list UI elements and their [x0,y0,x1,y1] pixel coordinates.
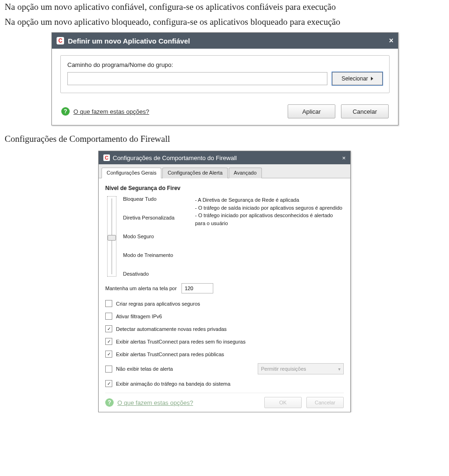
checkbox-icon[interactable] [105,300,112,307]
checkbox-label: Criar regras para aplicativos seguros [116,301,200,307]
dialog1-title-text: Definir um novo Aplicativo Confiável [68,37,190,45]
tab-advanced[interactable]: Avançado [229,168,262,178]
dialog1-body: Caminho do programa/Nome do grupo: Selec… [52,49,398,125]
allow-requests-dropdown[interactable]: Permitir requisições ▾ [258,363,344,374]
program-path-fieldset: Caminho do programa/Nome do grupo: Selec… [60,55,390,93]
program-path-label: Caminho do programa/Nome do grupo: [67,61,383,68]
checkbox-row-trustconnect-public: ✓ Exibir alertas TrustConnect para redes… [105,351,344,358]
dialog2-footer: ? O que fazem estas opções? OK Cancelar [105,393,344,408]
close-icon[interactable]: × [389,37,393,45]
checkbox-icon[interactable]: ✓ [105,380,112,387]
checkbox-row-tray-animation: ✓ Exibir animação do tráfego na bandeja … [105,380,344,387]
security-level-description: - A Diretiva de Segurança de Rede é apli… [195,195,344,227]
comodo-logo-icon: C [103,154,110,161]
select-button-label: Selecionar [341,75,368,82]
slider-label: Diretiva Personalizada [123,215,188,220]
checkbox-label: Detectar automaticamente novas redes pri… [116,326,227,332]
checkbox-row-ipv6: Ativar filtragem IPv6 [105,313,344,320]
checkbox-icon[interactable] [105,366,112,373]
program-path-input[interactable] [67,72,327,85]
help-icon[interactable]: ? [61,107,70,116]
dialog1-buttons: Aplicar Cancelar [288,104,389,118]
keep-alert-label: Mantenha um alerta na tela por [105,286,177,291]
help-icon[interactable]: ? [105,398,114,407]
doc-line-2: Na opção um novo aplicativo bloqueado, c… [0,15,449,30]
cancel-button[interactable]: Cancelar [306,397,344,408]
dialog2-body: Nível de Segurança do Firev Bloquear Tud… [99,178,350,412]
dialog2-buttons: OK Cancelar [264,397,344,408]
close-icon[interactable]: × [342,154,346,161]
apply-button[interactable]: Aplicar [288,104,335,118]
checkbox-row-safe-apps: Criar regras para aplicativos seguros [105,300,344,307]
ok-button[interactable]: OK [264,397,302,408]
checkbox-row-detect-networks: ✓ Detectar automaticamente novas redes p… [105,325,344,332]
select-button[interactable]: Selecionar [332,72,383,85]
slider-label: Modo de Treinamento [123,252,188,258]
dialog2-titlebar: C Configurações de Comportamento do Fire… [99,151,350,164]
checkbox-row-no-alert-screens: Não exibir telas de alerta Permitir requ… [105,363,344,374]
doc-line-1: Na opção um novo aplicativo confiável, c… [0,0,449,15]
tab-general-settings[interactable]: Configurações Gerais [101,168,161,178]
program-path-row: Selecionar [67,72,383,85]
desc-line: - O tráfego de saída iniciado por aplica… [195,204,344,212]
tab-alert-settings[interactable]: Configurações de Alerta [162,168,227,178]
keep-alert-input[interactable] [181,283,213,293]
keep-alert-row: Mantenha um alerta na tela por [105,283,344,293]
slider-labels: Bloquear Tudo Diretiva Personalizada Mod… [123,195,188,277]
slider-label: Desativado [123,271,188,277]
checkbox-label: Ativar filtragem IPv6 [116,314,162,319]
cancel-button[interactable]: Cancelar [341,104,389,118]
checkbox-label: Exibir animação do tráfego na bandeja do… [116,381,231,387]
slider-thumb-icon[interactable] [108,235,116,241]
dialog-define-trusted-app: C Definir um novo Aplicativo Confiável ×… [51,32,398,125]
help-link[interactable]: O que fazem estas opções? [117,399,193,406]
slider-label: Modo Seguro [123,234,188,239]
dialog-firewall-behavior: C Configurações de Comportamento do Fire… [98,151,351,412]
checkbox-icon[interactable]: ✓ [105,351,112,358]
dropdown-label: Permitir requisições [261,366,306,372]
checkbox-label: Exibir alertas TrustConnect para redes s… [116,339,246,344]
comodo-logo-icon: C [57,37,64,44]
dialog2-title-text: Configurações de Comportamento do Firewa… [113,154,237,161]
checkbox-icon[interactable]: ✓ [105,338,112,345]
desc-line: - A Diretiva de Segurança de Rede é apli… [195,196,344,204]
chevron-down-icon: ▾ [338,366,340,372]
dialog1-footer: ? O que fazem estas opções? Aplicar Canc… [60,104,390,118]
section-title-firewall-behavior: Configurações de Comportamento do Firewa… [0,125,449,148]
slider-label: Bloquear Tudo [123,196,188,202]
checkbox-label: Exibir alertas TrustConnect para redes p… [116,352,224,357]
checkbox-icon[interactable]: ✓ [105,325,112,332]
checkbox-icon[interactable] [105,313,112,320]
security-level-heading: Nível de Segurança do Firev [105,185,344,191]
chevron-right-icon [371,77,373,81]
security-level-slider[interactable] [107,196,116,277]
checkbox-label: Não exibir telas de alerta [116,366,173,372]
dialog1-titlebar: C Definir um novo Aplicativo Confiável × [52,33,398,49]
help-link[interactable]: O que fazem estas opções? [73,108,149,115]
desc-line: - O tráfego iniciado por aplicativos des… [195,212,344,227]
tab-strip: Configurações Gerais Configurações de Al… [99,164,350,178]
checkbox-row-trustconnect-wifi: ✓ Exibir alertas TrustConnect para redes… [105,338,344,345]
security-level-row: Bloquear Tudo Diretiva Personalizada Mod… [105,195,344,277]
